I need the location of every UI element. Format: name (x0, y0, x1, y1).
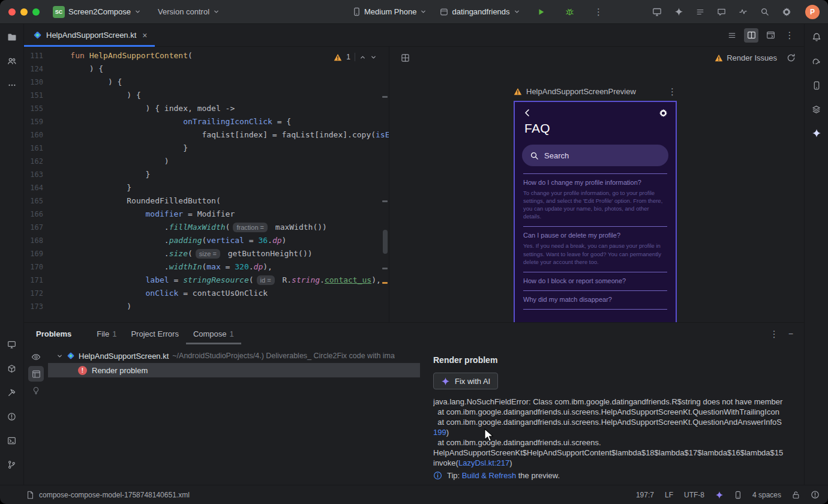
code-line[interactable]: 130 ) { (24, 76, 389, 89)
code-line[interactable]: 171 label = stringResource(id = R.string… (24, 274, 389, 287)
editor-kebab-icon[interactable]: ⋮ (782, 28, 797, 43)
logcat-icon[interactable] (696, 8, 704, 16)
git-branch-icon[interactable] (4, 456, 20, 473)
hide-panel-icon[interactable]: − (788, 329, 793, 338)
inspection-widget[interactable]: 1 (331, 52, 379, 62)
warning-stripe-mark[interactable] (382, 282, 388, 284)
preview-kebab-icon[interactable]: ⋮ (668, 87, 677, 96)
preview-eye-icon[interactable] (28, 349, 44, 365)
maximize-window-button[interactable] (32, 8, 40, 16)
terminal-icon[interactable] (4, 432, 20, 449)
close-tab-icon[interactable]: × (142, 31, 147, 40)
faq-item[interactable]: Why did my match disappear? (523, 290, 667, 309)
code-line[interactable]: 162 ) (24, 155, 389, 168)
code-line[interactable]: 164 } (24, 181, 389, 194)
render-issues-button[interactable]: Render Issues (715, 53, 777, 62)
notifications-bell-icon[interactable] (808, 29, 825, 46)
gemini-star-icon[interactable] (808, 125, 825, 142)
code-line[interactable]: 167 .fillMaxWidth(fraction = maxWidth()) (24, 221, 389, 234)
code-line[interactable]: 151 ) { (24, 89, 389, 102)
project-selector[interactable]: SC Screen2Compose (53, 6, 141, 18)
app-insights-icon[interactable] (717, 7, 726, 16)
problems-tool-icon[interactable] (4, 408, 20, 425)
code-line[interactable]: 159 onTrailingIconClick = { (24, 115, 389, 128)
device-manager-icon[interactable] (808, 77, 825, 94)
code-line[interactable]: 169 .size(size = getButtonHeight()) (24, 247, 389, 260)
tab-project-errors[interactable]: Project Errors (124, 323, 185, 344)
code-line[interactable]: 155 ) { index, model -> (24, 102, 389, 115)
code-line[interactable]: 172 onClick = contactUsOnClick (24, 287, 389, 300)
code-area[interactable]: 111 fun HelpAndSupportContent(124 ) {130… (24, 47, 389, 313)
dependencies-icon[interactable] (4, 360, 20, 377)
minimize-window-button[interactable] (20, 8, 28, 16)
vcs-widget[interactable]: Version control (158, 7, 220, 16)
code-line[interactable]: 124 ) { (24, 62, 389, 76)
settings-gear-icon[interactable] (659, 109, 668, 118)
tree-problem-row[interactable]: ! Render problem (48, 363, 420, 377)
fix-with-ai-button[interactable]: Fix with AI (433, 373, 498, 389)
faq-item[interactable]: How do I block or report someone? (523, 272, 667, 290)
status-file-widget[interactable]: compose-compose-model-1758748140651.xml (26, 491, 190, 499)
stack-trace-link[interactable]: 199 (433, 428, 446, 437)
more-actions-button[interactable]: ⋮ (591, 4, 607, 20)
tree-file-row[interactable]: HelpAndSupportScreen.kt ~/AndroidStudioP… (48, 349, 420, 363)
code-line[interactable]: 160 faqList[index] = faqList[index].copy… (24, 128, 389, 142)
users-icon[interactable] (4, 53, 20, 70)
line-separator[interactable]: LF (665, 491, 673, 499)
prev-problem-icon[interactable] (359, 54, 366, 61)
code-line[interactable]: 173 ) (24, 300, 389, 313)
debug-button[interactable] (562, 4, 578, 20)
close-window-button[interactable] (8, 8, 16, 16)
editor-scrollbar[interactable] (383, 230, 388, 254)
refresh-preview-icon[interactable] (787, 53, 796, 62)
more-tool-windows-icon[interactable] (4, 77, 20, 94)
code-line[interactable]: 161 } (24, 142, 389, 155)
search-bar[interactable]: Search (522, 145, 668, 166)
faq-item[interactable]: How do I change my profile information?T… (523, 173, 667, 226)
tab-compose[interactable]: Compose 1 (186, 323, 241, 344)
next-problem-icon[interactable] (370, 54, 377, 61)
preview-card-header[interactable]: HelpAndSupportScreenPreview ⋮ (514, 84, 677, 98)
chevron-down-icon[interactable] (56, 353, 63, 359)
code-editor[interactable]: 1 111 fun HelpAndSupportContent(124 ) {1… (24, 47, 389, 322)
build-icon[interactable] (4, 384, 20, 401)
profiler-icon[interactable] (739, 7, 748, 16)
project-folder-icon[interactable] (4, 29, 20, 46)
details-view-icon[interactable] (28, 366, 44, 382)
split-editor-icon[interactable] (744, 28, 758, 43)
editor-tab[interactable]: HelpAndSupportScreen.kt × (24, 24, 155, 47)
indent-setting[interactable]: 4 spaces (752, 491, 781, 499)
stripe-mark[interactable] (382, 268, 388, 269)
running-devices-tool-icon[interactable] (4, 336, 20, 353)
stack-trace-link[interactable]: LazyDsl.kt:217 (458, 458, 509, 467)
tab-file[interactable]: File 1 (89, 323, 124, 344)
search-everywhere-icon[interactable] (760, 7, 769, 16)
code-line[interactable]: 168 .padding(vertical = 36.dp) (24, 234, 389, 247)
back-arrow-icon[interactable] (523, 108, 532, 118)
user-avatar[interactable]: P (805, 5, 820, 19)
code-line[interactable]: 163 } (24, 168, 389, 181)
status-indicator-icon[interactable] (811, 490, 820, 499)
code-line[interactable]: 165 RoundedFilledButton( (24, 194, 389, 208)
code-line[interactable]: 170 .widthIn(max = 320.dp), (24, 260, 389, 274)
layers-icon[interactable] (808, 101, 825, 118)
status-device-icon[interactable] (734, 491, 742, 499)
panel-kebab-icon[interactable]: ⋮ (770, 329, 779, 338)
status-ai-sparkle-icon[interactable] (715, 491, 724, 499)
dock-window-icon[interactable] (763, 28, 778, 43)
settings-gear-icon[interactable] (782, 7, 791, 17)
stripe-mark[interactable] (382, 200, 388, 202)
device-selector[interactable]: Medium Phone (353, 7, 427, 16)
stripe-mark[interactable] (382, 96, 388, 98)
build-refresh-link[interactable]: Build & Refresh (462, 471, 516, 480)
gemini-assistant-icon[interactable] (674, 7, 683, 16)
running-devices-icon[interactable] (652, 7, 662, 17)
run-configuration-selector[interactable]: datingandfriends (440, 7, 520, 16)
caret-position[interactable]: 197:7 (636, 491, 654, 499)
run-button[interactable] (533, 4, 549, 20)
faq-item[interactable]: Can I pause or delete my profile?Yes. If… (523, 226, 667, 271)
file-encoding[interactable]: UTF-8 (684, 491, 704, 499)
lock-open-icon[interactable] (792, 491, 800, 499)
gradle-icon[interactable] (808, 53, 825, 70)
preview-grid-icon[interactable] (398, 50, 412, 65)
